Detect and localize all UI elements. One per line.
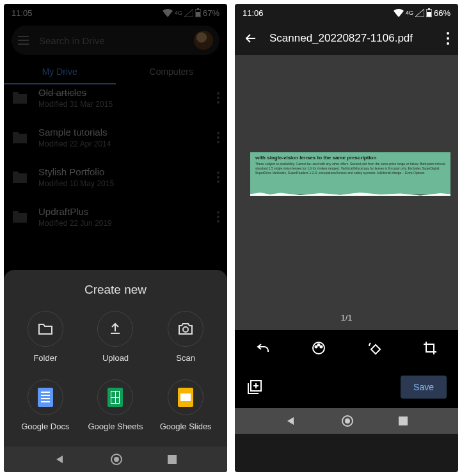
undo-icon[interactable] — [255, 340, 271, 356]
file-name: Old articles — [38, 87, 207, 98]
doc-title[interactable]: Scanned_20220827-1106.pdf — [269, 32, 435, 45]
svg-point-3 — [183, 327, 188, 332]
status-bar: 11:05 4G 67% — [4, 4, 227, 22]
signal-icon — [415, 9, 424, 17]
wifi-icon — [163, 9, 173, 17]
file-list: Old articlesModified 31 Mar 2015 Sample … — [4, 84, 227, 237]
file-name: Sample tutorials — [38, 127, 207, 138]
scan-screen: 11:06 4G 66% Scanned_20220827-1106.pdf w… — [235, 4, 458, 472]
create-sheets[interactable]: Google Sheets — [81, 379, 151, 431]
android-nav — [235, 408, 458, 434]
hamburger-icon[interactable] — [18, 36, 29, 45]
add-page-icon[interactable] — [246, 379, 263, 395]
search-input[interactable] — [38, 35, 185, 47]
status-bar: 11:06 4G 66% — [235, 4, 458, 22]
more-icon[interactable] — [217, 171, 219, 183]
tab-computers[interactable]: Computers — [116, 59, 228, 84]
back-icon[interactable] — [286, 416, 296, 426]
battery-pct: 67% — [203, 8, 219, 18]
create-sheet: Create new Folder Upload Scan Google Doc… — [4, 270, 227, 447]
sheets-icon — [108, 388, 123, 407]
list-item[interactable]: Sample tutorialsModified 22 Apr 2014 — [12, 118, 219, 157]
palette-icon[interactable] — [311, 340, 326, 356]
list-item[interactable]: Old articlesModified 31 Mar 2015 — [12, 84, 219, 118]
file-modified: Modified 10 May 2015 — [38, 179, 207, 188]
folder-icon — [12, 131, 28, 145]
drive-screen: 11:05 4G 67% My Drive Computers Old arti… — [4, 4, 227, 472]
recent-icon[interactable] — [168, 455, 177, 464]
search-bar[interactable] — [12, 26, 219, 55]
home-icon[interactable] — [110, 453, 123, 466]
app-bar: Scanned_20220827-1106.pdf — [235, 22, 458, 55]
docs-icon — [38, 388, 53, 407]
svg-rect-14 — [371, 345, 380, 354]
list-item[interactable]: Stylish PortfolioModified 10 May 2015 — [12, 157, 219, 197]
svg-rect-2 — [196, 12, 200, 17]
create-folder[interactable]: Folder — [10, 311, 81, 363]
more-icon[interactable] — [217, 211, 219, 223]
folder-icon — [12, 91, 28, 105]
tab-my-drive[interactable]: My Drive — [4, 59, 116, 84]
svg-rect-8 — [428, 8, 430, 10]
more-icon[interactable] — [447, 32, 449, 45]
crop-icon[interactable] — [422, 340, 438, 356]
recent-icon[interactable] — [399, 416, 408, 425]
folder-icon — [12, 210, 28, 224]
signal-icon — [184, 9, 193, 17]
svg-rect-18 — [399, 416, 408, 425]
svg-rect-6 — [168, 455, 177, 464]
slides-icon — [178, 388, 193, 407]
network: 4G — [406, 10, 413, 16]
battery-icon — [195, 8, 201, 17]
file-name: UpdraftPlus — [38, 206, 207, 217]
more-icon[interactable] — [217, 132, 219, 143]
svg-point-5 — [114, 457, 119, 462]
sheet-title: Create new — [10, 283, 221, 297]
file-modified: Modified 22 Jun 2019 — [38, 219, 207, 228]
save-button[interactable]: Save — [401, 376, 447, 399]
rotate-icon[interactable] — [367, 340, 382, 356]
file-modified: Modified 31 Mar 2015 — [38, 100, 207, 109]
network: 4G — [175, 10, 182, 16]
svg-point-17 — [345, 418, 350, 424]
back-icon[interactable] — [55, 454, 65, 464]
folder-icon — [12, 170, 28, 184]
battery-pct: 66% — [434, 8, 450, 18]
svg-rect-1 — [197, 8, 199, 10]
clock: 11:05 — [12, 8, 33, 18]
create-upload[interactable]: Upload — [81, 311, 151, 363]
file-modified: Modified 22 Apr 2014 — [38, 139, 207, 148]
list-item[interactable]: UpdraftPlusModified 22 Jun 2019 — [12, 197, 219, 237]
create-slides[interactable]: Google Slides — [150, 379, 221, 431]
page-indicator: 1/1 — [235, 313, 458, 322]
android-nav — [4, 447, 227, 472]
scan-canvas[interactable]: with single-vision lenses to the same pr… — [235, 55, 458, 330]
tabs: My Drive Computers — [4, 59, 227, 84]
folder-icon — [38, 322, 53, 335]
camera-icon — [178, 322, 193, 335]
avatar[interactable] — [194, 31, 213, 50]
scanned-image: with single-vision lenses to the same pr… — [250, 152, 450, 194]
file-name: Stylish Portfolio — [38, 166, 207, 177]
battery-icon — [426, 8, 432, 17]
clock: 11:06 — [243, 8, 264, 18]
back-arrow-icon[interactable] — [244, 31, 258, 45]
create-docs[interactable]: Google Docs — [10, 379, 81, 431]
bottom-bar: Save — [235, 366, 458, 408]
toolbar — [235, 330, 458, 366]
create-scan[interactable]: Scan — [150, 311, 221, 363]
svg-point-11 — [315, 346, 317, 348]
upload-icon — [108, 322, 122, 336]
more-icon[interactable] — [217, 92, 219, 104]
svg-rect-9 — [427, 12, 431, 17]
svg-point-12 — [317, 344, 319, 346]
svg-point-13 — [320, 346, 322, 348]
home-icon[interactable] — [341, 415, 354, 427]
wifi-icon — [394, 9, 404, 17]
